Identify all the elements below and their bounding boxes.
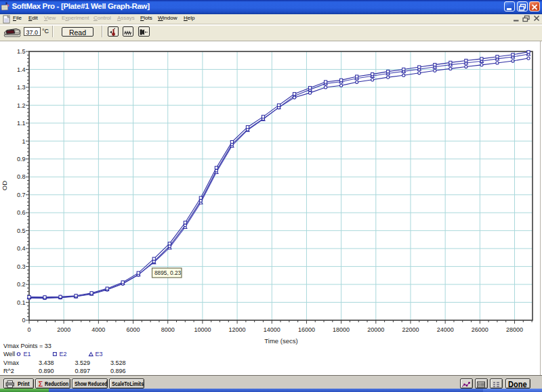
svg-text:1: 1 — [22, 138, 25, 145]
svg-text:22000: 22000 — [402, 326, 419, 333]
svg-text:10000: 10000 — [194, 326, 211, 333]
svg-text:0.1: 0.1 — [17, 299, 26, 306]
svg-text:0: 0 — [27, 326, 30, 333]
svg-text:0.9: 0.9 — [17, 156, 26, 162]
svg-text:0.4: 0.4 — [17, 245, 26, 252]
svg-text:20000: 20000 — [367, 326, 384, 333]
svg-text:24000: 24000 — [437, 326, 454, 333]
svg-text:1.1: 1.1 — [17, 120, 26, 127]
svg-text:4000: 4000 — [91, 326, 105, 333]
svg-text:0.3: 0.3 — [17, 263, 26, 270]
svg-text:0.6: 0.6 — [17, 209, 26, 216]
svg-text:0.2: 0.2 — [17, 281, 26, 288]
svg-text:0.7: 0.7 — [17, 192, 26, 198]
svg-text:0.8: 0.8 — [17, 173, 26, 180]
svg-text:26000: 26000 — [472, 326, 488, 333]
svg-text:6000: 6000 — [127, 326, 140, 333]
svg-text:0: 0 — [22, 317, 25, 324]
svg-text:12000: 12000 — [229, 326, 246, 333]
svg-text:2000: 2000 — [57, 326, 70, 333]
svg-text:18000: 18000 — [333, 326, 350, 333]
svg-text:8000: 8000 — [161, 326, 175, 333]
svg-text:28000: 28000 — [506, 326, 523, 333]
svg-text:1.4: 1.4 — [17, 66, 26, 73]
svg-text:OD: OD — [1, 181, 8, 190]
svg-text:1.2: 1.2 — [17, 102, 26, 109]
svg-text:14000: 14000 — [264, 326, 280, 333]
svg-text:8895, 0.23: 8895, 0.23 — [154, 269, 182, 276]
svg-text:16000: 16000 — [298, 326, 315, 333]
svg-text:1.3: 1.3 — [17, 84, 26, 91]
svg-text:0.5: 0.5 — [17, 227, 26, 234]
svg-text:Time (secs): Time (secs) — [264, 337, 297, 345]
svg-text:1.5: 1.5 — [17, 48, 26, 55]
